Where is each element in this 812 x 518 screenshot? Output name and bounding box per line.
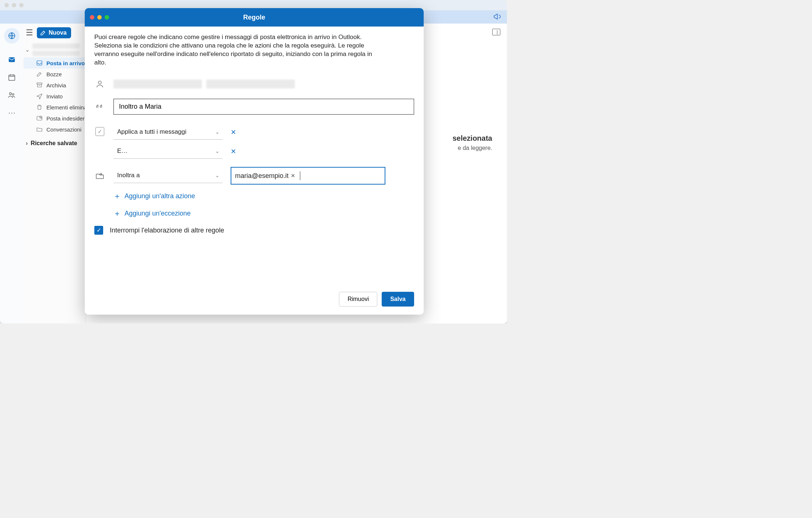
recipient-input[interactable]: maria@esempio.it ✕ <box>231 167 385 185</box>
calendar-icon[interactable] <box>7 73 16 82</box>
rules-dialog: Regole Puoi creare regole che indicano c… <box>85 8 424 315</box>
svg-rect-2 <box>9 75 15 81</box>
recipient-chip: maria@esempio.it <box>235 171 288 180</box>
hamburger-icon[interactable]: ☰ <box>26 28 33 38</box>
svg-rect-5 <box>37 61 42 65</box>
new-mail-label: Nuova <box>49 29 67 36</box>
globe-icon[interactable] <box>4 28 20 43</box>
folder-archive[interactable]: Archivia <box>24 80 86 91</box>
people-icon[interactable] <box>7 91 16 99</box>
new-mail-button[interactable]: Nuova <box>37 27 71 38</box>
plus-icon: ＋ <box>113 209 121 218</box>
folder-conversations[interactable]: Conversazioni <box>24 124 86 135</box>
remove-recipient[interactable]: ✕ <box>291 172 295 179</box>
junk-icon <box>36 115 43 122</box>
sent-icon <box>36 93 43 99</box>
stop-processing-label: Interrompi l'elaborazione di altre regol… <box>110 226 224 235</box>
quote-icon <box>94 102 105 111</box>
traffic-light-minimize[interactable] <box>12 3 16 7</box>
folder-pane: ☰ Nuova ⌄ Posta in arrivo <box>24 24 86 323</box>
remove-button[interactable]: Rimuovi <box>339 292 377 307</box>
condition2-dropdown[interactable]: E… ⌄ <box>113 144 223 159</box>
condition-icon: ✓ <box>94 127 105 136</box>
dialog-titlebar: Regole <box>85 8 424 27</box>
text-cursor <box>300 171 300 180</box>
remove-condition1[interactable]: ✕ <box>228 126 238 138</box>
chevron-down-icon: ⌄ <box>215 129 220 136</box>
rule-name-row <box>94 99 414 115</box>
left-rail: ⋯ <box>0 24 24 323</box>
plus-icon: ＋ <box>113 191 121 201</box>
action-icon <box>94 171 105 181</box>
add-action-link[interactable]: ＋ Aggiungi un'altra azione <box>113 191 414 201</box>
rule-name-input[interactable] <box>113 99 414 115</box>
folder-icon <box>36 126 43 133</box>
traffic-light-close[interactable] <box>4 3 9 7</box>
svg-point-4 <box>12 94 14 95</box>
chevron-down-icon: ⌄ <box>215 172 220 179</box>
traffic-light-zoom[interactable] <box>19 3 24 7</box>
inbox-icon <box>36 60 43 66</box>
folder-sent[interactable]: Inviato <box>24 91 86 102</box>
dialog-description: Puoi creare regole che indicano come ges… <box>94 33 378 67</box>
folder-deleted[interactable]: Elementi eliminati <box>24 102 86 113</box>
layout-toggle-icon[interactable] <box>492 29 500 35</box>
mail-icon[interactable] <box>7 55 16 64</box>
svg-rect-6 <box>37 83 42 84</box>
person-icon <box>94 80 105 88</box>
folder-drafts[interactable]: Bozze <box>24 69 86 80</box>
chevron-down-icon: ⌄ <box>215 148 220 155</box>
account-row <box>94 80 414 88</box>
svg-rect-1 <box>9 57 15 62</box>
megaphone-icon[interactable] <box>493 12 502 22</box>
svg-point-9 <box>98 81 101 84</box>
account-expander[interactable]: ⌄ <box>24 42 86 57</box>
svg-point-3 <box>10 93 11 95</box>
stop-processing-checkbox[interactable]: ✓ <box>94 226 103 235</box>
folder-inbox[interactable]: Posta in arrivo <box>24 57 86 69</box>
save-button[interactable]: Salva <box>382 292 414 307</box>
trash-icon <box>36 104 43 111</box>
action-dropdown[interactable]: Inoltra a ⌄ <box>113 168 223 183</box>
add-exception-link[interactable]: ＋ Aggiungi un'eccezione <box>113 209 414 218</box>
remove-condition2[interactable]: ✕ <box>228 146 238 157</box>
folder-junk[interactable]: Posta indesiderata <box>24 113 86 124</box>
more-icon[interactable]: ⋯ <box>7 108 16 117</box>
drafts-icon <box>36 71 43 77</box>
saved-searches[interactable]: › Ricerche salvate <box>24 135 86 149</box>
reading-pane-placeholder: selezionata e da leggere. <box>452 134 492 151</box>
condition1-dropdown[interactable]: Applica a tutti i messaggi ⌄ <box>113 125 223 140</box>
dialog-title: Regole <box>90 14 419 21</box>
archive-icon <box>36 82 43 88</box>
